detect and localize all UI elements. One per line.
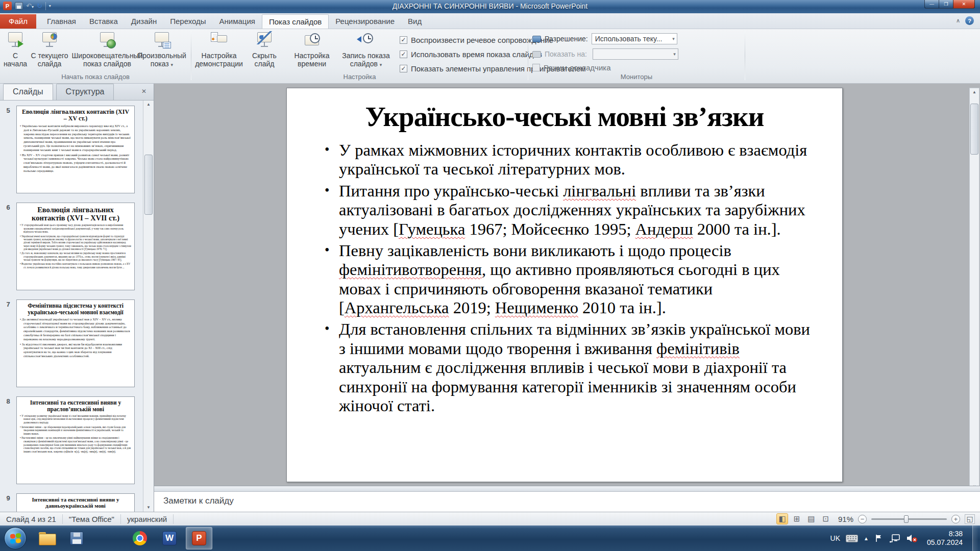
tab-outline[interactable]: Структура — [56, 84, 114, 100]
current-slide[interactable]: Українсько-чеські мовні зв’язки •У рамка… — [286, 88, 843, 482]
powerpoint-icon: P — [192, 531, 206, 545]
tab-Переходы[interactable]: Переходы — [163, 14, 212, 29]
misspelled-word: фемінітивотворення — [339, 260, 482, 279]
zoom-in-button[interactable]: + — [951, 515, 960, 523]
fit-to-window-button[interactable]: ◱ — [965, 514, 975, 524]
theme-indicator[interactable]: "Тема Office" — [63, 514, 121, 524]
tab-file[interactable]: Файл — [0, 14, 36, 29]
floppy-app-taskbar-button[interactable] — [63, 527, 90, 549]
language-indicator[interactable]: украинский — [121, 514, 174, 524]
checkbox-presenter-view[interactable]: ✓ Режим докладчика — [532, 63, 611, 72]
help-icon[interactable]: ? — [965, 16, 974, 25]
checkbox-checked-icon: ✓ — [400, 51, 407, 58]
taskbar-icons: W P — [34, 527, 212, 549]
checkbox-use-timings[interactable]: ✓ Использовать время показа слайдов — [400, 49, 542, 59]
thumbnail-title: Фемінітивна підсистема у контексті украї… — [20, 303, 131, 316]
slide-sorter-view-button[interactable]: ⊞ — [792, 514, 802, 524]
thumbnail-preview[interactable]: Еволюція лінгвальних контактів (XVI – XV… — [16, 203, 135, 290]
normal-view-button[interactable]: ◧ — [777, 514, 787, 524]
action-center-flag-icon[interactable] — [874, 534, 884, 543]
zoom-slider-thumb[interactable] — [904, 515, 909, 523]
main-scrollbar-thumb[interactable] — [970, 104, 978, 155]
slide-title[interactable]: Українсько-чеські мовні зв’язки — [287, 101, 842, 133]
window-controls: — ❐ ✕ — [924, 0, 975, 9]
group-label-monitors: Мониторы — [528, 73, 745, 83]
word-taskbar-button[interactable]: W — [156, 527, 183, 549]
ribbon-tab-row: Файл ГлавнаяВставкаДизайнПереходыАнимаци… — [0, 13, 980, 29]
explorer-taskbar-button[interactable] — [34, 527, 60, 549]
tab-Вид[interactable]: Вид — [401, 14, 428, 29]
tab-Вставка[interactable]: Вставка — [83, 14, 125, 29]
volume-muted-icon[interactable] — [906, 534, 918, 543]
notes-pane[interactable]: Заметки к слайду — [154, 492, 980, 512]
zoom-slider[interactable] — [871, 518, 947, 520]
time: 8:38 — [927, 530, 963, 538]
panel-scrollbar-thumb[interactable] — [144, 155, 153, 215]
thumbnail-preview[interactable]: Інтенсивні та екстенсивні вияви у прасло… — [16, 396, 135, 484]
slide-thumbnail[interactable]: 9Інтенсивні та екстенсивні вияви у давнь… — [0, 493, 142, 512]
thumbnail-bullet: • Українські вчені констатували, що стар… — [20, 235, 131, 251]
slideshow-view-button[interactable]: ⊡ — [821, 514, 830, 524]
close-button[interactable]: ✕ — [953, 0, 975, 9]
slide-bullet[interactable]: •У рамках міжмовних історичних контактів… — [339, 141, 820, 179]
setup-slideshow-button[interactable]: Настройка демонстрации — [191, 31, 247, 68]
keyboard-icon[interactable] — [846, 535, 858, 542]
main-scrollbar[interactable]: ▲ ⇈ ⇊ ▼ — [969, 88, 979, 511]
show-hidden-icons-button[interactable]: ▲ — [864, 536, 869, 541]
group-setup: Настройка демонстрации Скрыть слайд Наст… — [191, 29, 528, 73]
hide-slide-button[interactable]: Скрыть слайд — [247, 31, 282, 68]
windows-flag-icon — [10, 533, 21, 544]
chrome-taskbar-button[interactable] — [127, 527, 153, 549]
scroll-up-icon[interactable]: ▲ — [970, 88, 979, 96]
tab-Главная[interactable]: Главная — [40, 14, 83, 29]
minimize-button[interactable]: — — [924, 0, 939, 9]
reading-view-button[interactable]: ▤ — [806, 514, 816, 524]
resolution-select[interactable]: Использовать теку...▾ — [592, 33, 677, 44]
slide-thumbnail[interactable]: 6Еволюція лінгвальних контактів (XVI – X… — [0, 203, 142, 290]
minimize-ribbon-icon[interactable]: ∧ — [956, 17, 960, 24]
slide-bullet[interactable]: •Питання про українсько-чеські лінгвальн… — [339, 182, 820, 239]
slide-number-indicator[interactable]: Слайд 4 из 21 — [0, 514, 63, 524]
hide-slide-icon — [255, 31, 274, 51]
slide-bullet[interactable]: •Для встановлення спільних та відмінних … — [339, 320, 820, 415]
thumbnail-number: 5 — [0, 106, 16, 193]
maximize-button[interactable]: ❐ — [939, 0, 953, 9]
show-desktop-button[interactable] — [972, 525, 978, 551]
slide-body[interactable]: •У рамках міжмовних історичних контактів… — [339, 141, 820, 415]
taskbar: W P UK ▲ 8:38 05.07.2024 — [0, 525, 980, 551]
show-on-row: Показать на: ▾ — [532, 48, 678, 60]
scroll-up-icon[interactable]: ▲ — [143, 101, 154, 109]
notes-splitter[interactable] — [154, 486, 980, 492]
notes-placeholder[interactable]: Заметки к слайду — [154, 492, 980, 506]
slide-thumbnail[interactable]: 8Інтенсивні та екстенсивні вияви у прасл… — [0, 396, 142, 484]
tab-Дизайн[interactable]: Дизайн — [125, 14, 163, 29]
tab-slides[interactable]: Слайды — [3, 84, 53, 100]
keyboard-language-indicator[interactable]: UK — [830, 534, 840, 542]
thumbnail-preview[interactable]: Фемінітивна підсистема у контексті украї… — [16, 299, 135, 387]
thumbnail-bullet: • Українсько-чеські контакти набували ви… — [20, 124, 131, 152]
zoom-level[interactable]: 91% — [838, 515, 853, 523]
slide-thumbnail[interactable]: 5Еволюція лінгвальних контактів (XIV – X… — [0, 106, 142, 193]
bullet-marker-icon: • — [325, 242, 329, 258]
clock[interactable]: 8:38 05.07.2024 — [927, 530, 963, 547]
slide-bullet[interactable]: •Певну зацікавленість вони викликають і … — [339, 241, 820, 318]
panel-scrollbar[interactable]: ▲ ▼ — [143, 101, 154, 512]
start-button[interactable] — [4, 527, 27, 549]
tab-Показ слайдов[interactable]: Показ слайдов — [262, 14, 329, 29]
rehearse-timings-button[interactable]: Настройка времени — [284, 31, 339, 68]
network-icon[interactable] — [889, 534, 900, 543]
record-slideshow-button[interactable]: Запись показа слайдов ▾ — [337, 31, 395, 69]
powerpoint-taskbar-button[interactable]: P — [186, 527, 212, 549]
slides-panel: Слайды Структура ✕ 5Еволюція лінгвальних… — [0, 84, 154, 512]
custom-slideshow-button[interactable]: Произвольный показ ▾ — [134, 31, 190, 69]
thumbnail-preview[interactable]: Інтенсивні та екстенсивні вияви у давньо… — [16, 493, 135, 512]
slide-thumbnail[interactable]: 7Фемінітивна підсистема у контексті укра… — [0, 299, 142, 387]
scroll-down-icon[interactable]: ▼ — [143, 504, 154, 512]
zoom-out-button[interactable]: − — [858, 515, 867, 523]
misspelled-word: лінгвальні — [563, 182, 636, 200]
tab-Анимация[interactable]: Анимация — [213, 14, 262, 29]
thumbnail-preview[interactable]: Еволюція лінгвальних контактів (XIV – XV… — [16, 106, 135, 193]
tab-Рецензирование[interactable]: Рецензирование — [329, 14, 401, 29]
thumbnail-bullet: • Водночас українська мова постійно конт… — [20, 262, 131, 269]
close-panel-icon[interactable]: ✕ — [139, 88, 149, 96]
